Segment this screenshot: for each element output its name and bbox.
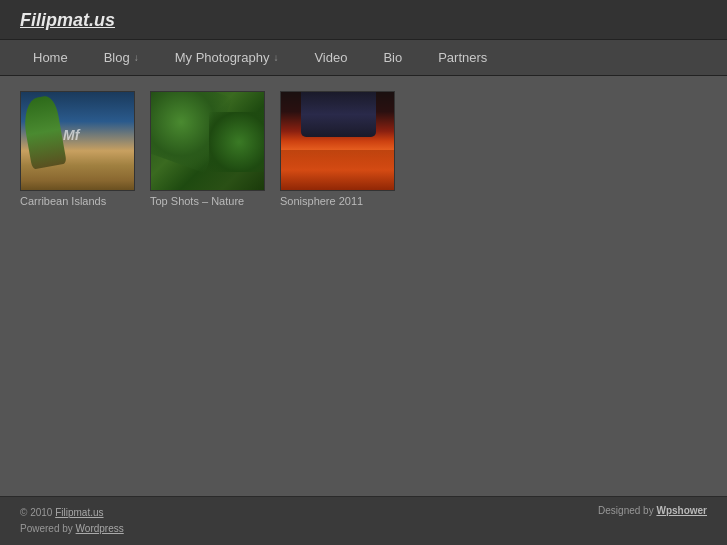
photo-thumb-concert [280, 91, 395, 191]
footer-site-link[interactable]: Filipmat.us [55, 507, 103, 518]
site-header: Filipmat.us [0, 0, 727, 40]
photo-item-caribbean[interactable]: Carribean Islands [20, 91, 135, 207]
nav-label-photography: My Photography [175, 50, 270, 65]
nav-item-home[interactable]: Home [15, 40, 86, 75]
footer-designer-link[interactable]: Wpshower [656, 505, 707, 516]
photo-caption-concert: Sonisphere 2011 [280, 195, 395, 207]
main-content: Carribean Islands Top Shots – Nature Son… [0, 76, 727, 406]
footer-left: © 2010 Filipmat.us Powered by Wordpress [20, 505, 124, 537]
photo-caption-nature: Top Shots – Nature [150, 195, 265, 207]
nav-label-partners: Partners [438, 50, 487, 65]
photo-item-nature[interactable]: Top Shots – Nature [150, 91, 265, 207]
powered-by-text: Powered by [20, 523, 76, 534]
photo-caption-caribbean: Carribean Islands [20, 195, 135, 207]
photo-thumb-caribbean [20, 91, 135, 191]
site-title[interactable]: Filipmat.us [20, 10, 115, 30]
nav-item-blog[interactable]: Blog ↓ [86, 40, 157, 75]
nav-item-video[interactable]: Video [296, 40, 365, 75]
blog-dropdown-arrow: ↓ [134, 52, 139, 63]
footer-cms-link[interactable]: Wordpress [76, 523, 124, 534]
photo-item-concert[interactable]: Sonisphere 2011 [280, 91, 395, 207]
photo-grid: Carribean Islands Top Shots – Nature Son… [20, 91, 707, 207]
main-nav: Home Blog ↓ My Photography ↓ Video Bio P… [0, 40, 727, 76]
nav-label-home: Home [33, 50, 68, 65]
footer-right: Designed by Wpshower [598, 505, 707, 516]
photography-dropdown-arrow: ↓ [273, 52, 278, 63]
nav-label-blog: Blog [104, 50, 130, 65]
copyright-text: © 2010 [20, 507, 55, 518]
nav-label-bio: Bio [383, 50, 402, 65]
nav-label-video: Video [314, 50, 347, 65]
designed-by-text: Designed by [598, 505, 656, 516]
photo-thumb-nature [150, 91, 265, 191]
page-footer: © 2010 Filipmat.us Powered by Wordpress … [0, 496, 727, 545]
nav-item-bio[interactable]: Bio [365, 40, 420, 75]
nav-item-photography[interactable]: My Photography ↓ [157, 40, 297, 75]
nav-item-partners[interactable]: Partners [420, 40, 505, 75]
